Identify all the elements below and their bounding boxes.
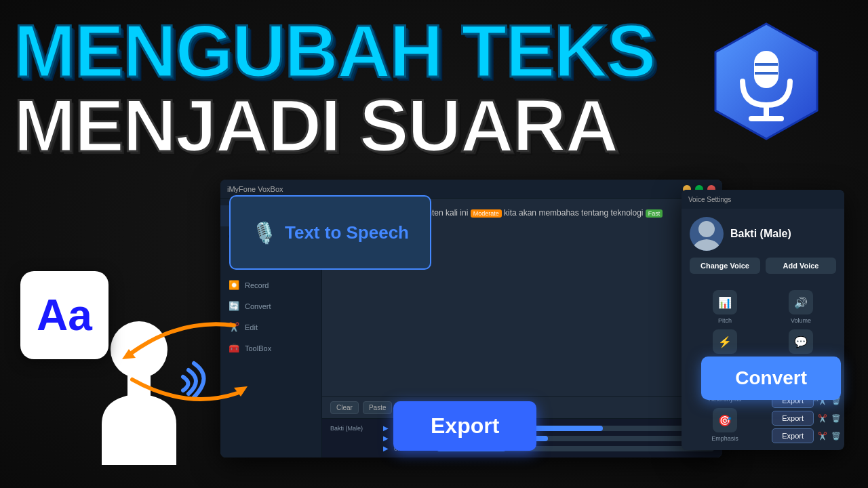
svg-point-10: [698, 221, 715, 237]
right-panel-header: Voice Settings: [682, 190, 844, 209]
pitch-icon[interactable]: 📊: [713, 290, 737, 314]
sayas-icon[interactable]: 💬: [789, 329, 813, 354]
aa-text: Aa: [37, 290, 92, 340]
convert-icon: 🔄: [229, 301, 239, 311]
record-icon: ⏺️: [229, 280, 239, 290]
track-label-1: Bakti (Male): [330, 425, 378, 432]
sidebar-label-convert: Convert: [245, 302, 271, 310]
tts-label: Text to Speech: [285, 222, 409, 243]
export-row-3: Export ✂️ 🗑️: [772, 428, 841, 443]
text-end: kita akan membahas tentang teknologi: [504, 208, 643, 218]
change-voice-button[interactable]: Change Voice: [690, 258, 760, 274]
export-button-large[interactable]: Export: [393, 401, 536, 451]
volume-icon[interactable]: 🔊: [789, 290, 813, 314]
control-volume: 🔊 Volume: [766, 290, 836, 324]
export-row-2: Export ✂️ 🗑️: [772, 411, 841, 426]
play-button-1[interactable]: ▶: [383, 424, 389, 432]
tts-box: 🎙️ Text to Speech: [229, 195, 431, 270]
panel-title: Voice Settings: [688, 196, 731, 203]
export-icon-3[interactable]: ✂️: [818, 432, 827, 441]
export-icon-2[interactable]: ✂️: [818, 414, 827, 423]
speed-icon[interactable]: ⚡: [713, 329, 737, 354]
sidebar-item-record[interactable]: ⏺️ Record: [220, 274, 321, 296]
voice-name: Bakti (Male): [730, 228, 791, 240]
pitch-label: Pitch: [718, 317, 732, 324]
export-button-3[interactable]: Export: [772, 428, 814, 443]
emphasis-icon[interactable]: 🎯: [713, 408, 737, 432]
delete-icon-2[interactable]: 🗑️: [831, 414, 841, 423]
app-title: iMyFone VoxBox: [227, 185, 683, 193]
tts-icon: 🎙️: [252, 221, 277, 245]
play-button-2[interactable]: ▶: [383, 434, 389, 442]
voice-buttons: Change Voice Add Voice: [690, 258, 836, 274]
paste-button[interactable]: Paste: [363, 401, 393, 414]
add-voice-button[interactable]: Add Voice: [766, 258, 836, 274]
sidebar-label-record: Record: [245, 281, 269, 289]
highlight-low: Fast: [646, 209, 663, 218]
highlight-mod: Moderate: [471, 209, 502, 218]
title-line2: MENJADI SUARA: [14, 88, 655, 163]
export-button-2[interactable]: Export: [772, 411, 814, 426]
title-container: MENGUBAH TEKS MENJADI SUARA: [14, 14, 655, 163]
control-pitch: 📊 Pitch: [690, 290, 760, 324]
voice-section: Bakti (Male) Change Voice Add Voice: [682, 209, 844, 290]
delete-icon-3[interactable]: 🗑️: [831, 432, 841, 441]
title-line1: MENGUBAH TEKS: [14, 14, 655, 88]
volume-label: Volume: [791, 317, 811, 324]
svg-rect-1: [754, 51, 778, 88]
play-button-3[interactable]: ▶: [383, 445, 389, 452]
export-buttons-container: Export ✂️ 🗑️ Export ✂️ 🗑️ Export ✂️ 🗑️: [772, 393, 841, 443]
hex-logo: [705, 20, 827, 142]
convert-button-large[interactable]: Convert: [701, 357, 841, 400]
emphasis-label: Emphasis: [711, 435, 738, 442]
clear-button[interactable]: Clear: [330, 401, 359, 414]
arrow-container: [112, 312, 261, 420]
voice-profile: Bakti (Male): [690, 217, 836, 251]
aa-card: Aa: [20, 271, 108, 359]
voice-avatar: [690, 217, 724, 251]
control-emphasis: 🎯 Emphasis: [690, 408, 760, 442]
